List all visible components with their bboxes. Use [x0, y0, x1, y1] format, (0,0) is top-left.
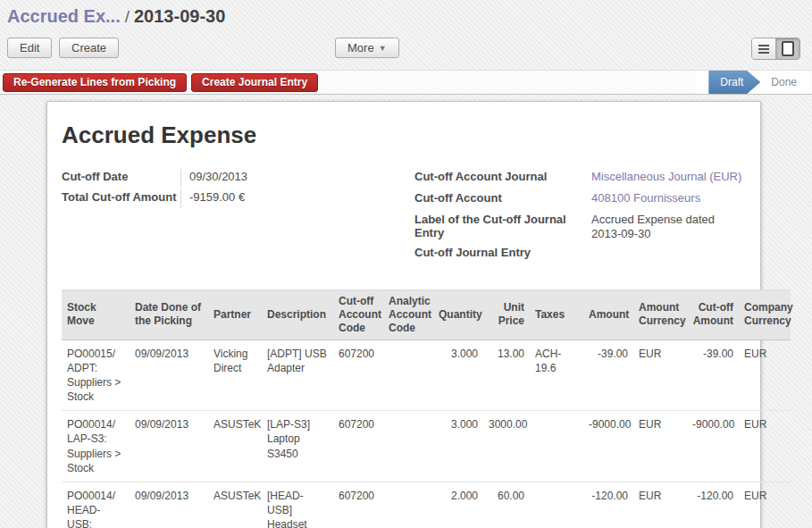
table-cell [383, 411, 433, 482]
column-header[interactable]: Stock Move [62, 289, 130, 339]
field-value-link[interactable]: Miscellaneous Journal (EUR) [591, 169, 746, 188]
table-cell: PO00014/​LAP-S3: Suppliers > Stock [62, 411, 130, 482]
table-cell [530, 411, 583, 482]
table-header-row: Stock MoveDate Done of the PickingPartne… [62, 289, 791, 339]
table-cell: -120.00 [687, 482, 739, 528]
table-cell: 2.000 [433, 482, 483, 528]
table-cell: 607200 [333, 339, 383, 411]
table-cell: PO00015/​ADPT: Suppliers > Stock [62, 339, 130, 411]
table-cell: [ADPT] USB Adapter [262, 339, 333, 411]
table-cell: EUR [739, 482, 791, 528]
column-header[interactable]: Taxes [530, 289, 583, 339]
list-icon [758, 45, 769, 54]
table-cell: 3.000 [433, 411, 483, 482]
field-value-link[interactable]: 408100 Fournisseurs [591, 190, 746, 209]
table-cell: EUR [739, 339, 791, 411]
table-cell: Vicking Direct [208, 339, 262, 411]
more-dropdown-button[interactable]: More▼ [335, 38, 399, 58]
table-cell: 60.00 [483, 482, 530, 528]
table-row[interactable]: PO00014/​HEAD-USB: Suppliers > Stock09/0… [62, 482, 791, 528]
table-cell: [LAP-S3] Laptop S3450 [262, 411, 333, 482]
field-group-left: Cut-off Date09/30/2013Total Cut-off Amou… [62, 169, 414, 266]
column-header[interactable]: Partner [208, 289, 262, 339]
column-header[interactable]: Cut-off Account Code [333, 289, 383, 339]
table-cell: 3000.00 [483, 411, 530, 482]
table-cell [530, 482, 583, 528]
list-view-button[interactable] [752, 38, 775, 59]
column-header[interactable]: Cut-off Amount [687, 289, 739, 339]
table-cell: ASUSTeK [208, 482, 262, 528]
toolbar-center: More▼ [335, 38, 399, 58]
column-header[interactable]: Amount Currency [633, 289, 687, 339]
column-header[interactable]: Amount [583, 289, 633, 339]
table-cell: ASUSTeK [208, 411, 262, 482]
toolbar: Edit Create More▼ [0, 33, 812, 63]
form-field-row: Cut-off Account408100 Fournisseurs [414, 190, 746, 209]
table-cell: 13.00 [483, 339, 530, 411]
status-step-draft[interactable]: Draft [708, 71, 760, 94]
field-label: Total Cut-off Amount [62, 189, 180, 208]
table-cell: 09/09/2013 [130, 411, 208, 482]
table-cell: -39.00 [687, 339, 739, 411]
chevron-down-icon: ▼ [379, 39, 387, 58]
column-header[interactable]: Company Currency [739, 289, 791, 339]
page-title: Accrued Expense [62, 122, 746, 149]
column-header[interactable]: Description [262, 289, 333, 339]
column-header[interactable]: Quantity [433, 289, 483, 339]
table-cell: EUR [633, 339, 687, 411]
form-sheet: Accrued Expense Cut-off Date09/30/2013To… [46, 101, 761, 528]
form-icon [782, 41, 794, 56]
column-header[interactable]: Date Done of the Picking [130, 289, 208, 339]
create-journal-entry-button[interactable]: Create Journal Entry [191, 73, 318, 92]
status-step-done[interactable]: Done [771, 76, 797, 88]
field-label: Label of the Cut-off Journal Entry [414, 212, 591, 242]
field-label: Cut-off Journal Entry [414, 245, 591, 264]
field-group-right: Cut-off Account JournalMiscellaneous Jou… [414, 169, 746, 266]
table-cell: EUR [739, 411, 791, 482]
column-header[interactable]: Unit Price [483, 289, 530, 339]
breadcrumb-separator: / [125, 7, 130, 26]
form-groups: Cut-off Date09/30/2013Total Cut-off Amou… [62, 169, 746, 266]
table-cell: -120.00 [583, 482, 633, 528]
table-cell: EUR [633, 482, 687, 528]
breadcrumb: Accrued Ex.../2013-09-30 [0, 0, 812, 33]
breadcrumb-current: 2013-09-30 [134, 6, 225, 26]
table-row[interactable]: PO00014/​LAP-S3: Suppliers > Stock09/09/… [62, 411, 791, 482]
statusbar: Re-Generate Lines from Picking Create Jo… [0, 70, 812, 95]
table-cell [383, 339, 433, 411]
field-label: Cut-off Account Journal [414, 169, 591, 188]
field-value: -9159.00 € [180, 189, 245, 208]
field-value [591, 245, 746, 264]
form-field-row: Cut-off Journal Entry [414, 245, 746, 264]
form-field-row: Cut-off Date09/30/2013 [62, 169, 414, 188]
breadcrumb-parent-link[interactable]: Accrued Ex... [7, 6, 121, 26]
table-cell: -9000.00 [583, 411, 633, 482]
table-cell: 607200 [333, 411, 383, 482]
table-cell: 09/09/2013 [130, 339, 208, 411]
form-view-button[interactable] [775, 38, 799, 59]
form-field-row: Label of the Cut-off Journal EntryAccrue… [414, 212, 746, 242]
table-cell [383, 482, 433, 528]
table-cell: EUR [633, 411, 687, 482]
form-field-row: Cut-off Account JournalMiscellaneous Jou… [414, 169, 746, 188]
table-row[interactable]: PO00015/​ADPT: Suppliers > Stock09/09/20… [62, 339, 791, 411]
table-cell: ACH-19.6 [530, 339, 583, 411]
edit-button[interactable]: Edit [7, 38, 52, 58]
status-steps: Draft Done [696, 71, 809, 94]
table-cell: [HEAD-USB] Headset USB [262, 482, 333, 528]
table-cell: 3.000 [433, 339, 483, 411]
table-cell: -39.00 [583, 339, 633, 411]
view-switcher [751, 38, 800, 60]
more-label: More [347, 41, 374, 54]
field-label: Cut-off Account [414, 190, 591, 209]
field-value: 09/30/2013 [180, 169, 247, 188]
table-cell: PO00014/​HEAD-USB: Suppliers > Stock [62, 482, 130, 528]
table-cell: 09/09/2013 [130, 482, 208, 528]
field-value: Accrued Expense dated 2013-09-30 [591, 212, 746, 242]
create-button[interactable]: Create [59, 38, 119, 58]
field-label: Cut-off Date [62, 169, 180, 188]
table-cell: -9000.00 [687, 411, 739, 482]
regenerate-lines-button[interactable]: Re-Generate Lines from Picking [3, 73, 187, 92]
column-header[interactable]: Analytic Account Code [383, 289, 433, 339]
toolbar-left: Edit Create [7, 38, 122, 58]
